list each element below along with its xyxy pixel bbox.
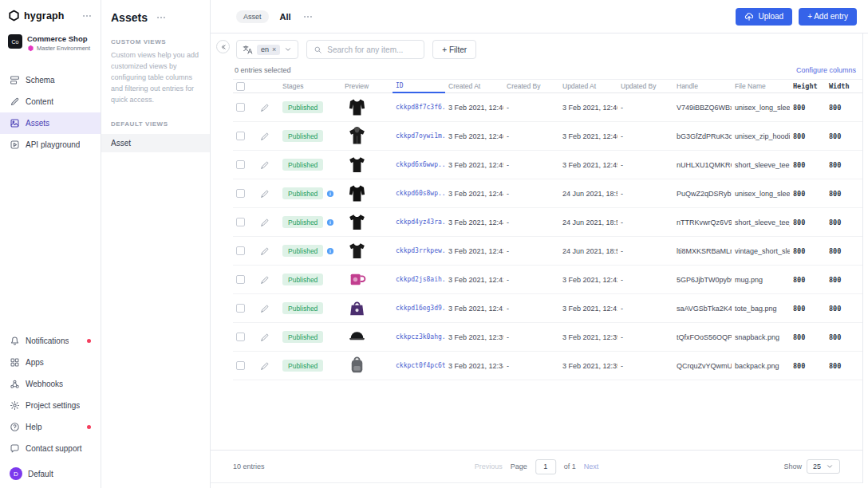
table-row[interactable]: Publishedckkpcz3k0ahg...3 Feb 2021, 12:3… (233, 323, 862, 352)
asset-preview[interactable] (345, 181, 369, 207)
column-header-width[interactable]: Width (826, 80, 862, 92)
sidebar-item-contact-support[interactable]: Contact support (0, 438, 101, 459)
search-input[interactable] (327, 45, 417, 54)
tab-all[interactable]: All (280, 12, 291, 22)
asset-preview[interactable] (345, 267, 369, 293)
table-row[interactable]: Publishedckkpd4yz43ra...3 Feb 2021, 12:4… (233, 208, 862, 237)
remove-locale-icon[interactable]: × (272, 46, 276, 53)
row-checkbox[interactable] (236, 218, 245, 226)
table-row[interactable]: Publishedckkpd6x6wwp...3 Feb 2021, 12:45… (233, 151, 862, 179)
entry-id: ckkpd3rrkpew... (393, 247, 445, 254)
view-item-asset[interactable]: Asset (101, 134, 210, 152)
filter-button[interactable]: + Filter (432, 40, 476, 59)
table-row[interactable]: Publishedckkpd3rrkpew...3 Feb 2021, 12:4… (233, 237, 862, 266)
sidebar-item-help[interactable]: Help (0, 416, 101, 438)
column-header-updated-at[interactable]: Updated At (559, 80, 617, 92)
cell-created-by: - (503, 305, 559, 313)
column-header-created-by[interactable]: Created By (503, 80, 559, 92)
locale-selector[interactable]: en × (236, 40, 298, 59)
column-header-height[interactable]: Height (790, 80, 826, 92)
cell-height: 800 (790, 247, 826, 255)
edit-entry-icon[interactable] (260, 275, 270, 285)
row-checkbox[interactable] (236, 361, 245, 370)
sidebar-item-notifications[interactable]: Notifications (0, 330, 101, 352)
column-header-handle[interactable]: Handle (673, 80, 732, 92)
table-row[interactable]: Publishedckkpct0f4pc6t...3 Feb 2021, 12:… (233, 352, 862, 380)
select-all-checkbox[interactable] (236, 82, 245, 91)
asset-preview[interactable] (345, 95, 369, 120)
sidebar-item-apps[interactable]: Apps (0, 352, 101, 373)
edit-entry-icon[interactable] (260, 189, 270, 199)
row-checkbox[interactable] (236, 333, 245, 341)
cell-file-name: vintage_short_slee (732, 247, 790, 255)
edit-entry-icon[interactable] (260, 103, 270, 112)
model-chip[interactable]: Asset (236, 10, 269, 23)
row-checkbox[interactable] (236, 246, 245, 255)
column-header-stages[interactable]: Stages (279, 80, 341, 92)
row-checkbox[interactable] (236, 189, 245, 198)
cell-created-at: 3 Feb 2021, 12:45 (445, 161, 503, 169)
cell-file-name: unisex_long_sleev (732, 104, 790, 112)
column-header-id[interactable]: ID (393, 80, 445, 93)
search-field[interactable] (306, 40, 424, 59)
entries-count: 10 entries (233, 462, 265, 470)
edit-entry-icon[interactable] (260, 160, 270, 170)
table-row[interactable]: Publishedckkpd8f7c3f6...3 Feb 2021, 12:4… (233, 93, 862, 122)
user-menu[interactable]: D Default (0, 459, 101, 483)
project-switcher[interactable]: Co Commerce Shop Master Environment (0, 28, 101, 58)
sidebar-item-assets[interactable]: Assets (0, 112, 101, 134)
asset-preview[interactable] (345, 353, 369, 379)
column-header-preview[interactable]: Preview (341, 80, 393, 92)
previous-page-button[interactable]: Previous (475, 462, 503, 470)
row-checkbox[interactable] (236, 132, 245, 140)
asset-preview[interactable] (345, 152, 369, 178)
column-header-file-name[interactable]: File Name (732, 80, 790, 92)
cell-updated-at: 3 Feb 2021, 12:45 (559, 161, 617, 169)
table-row[interactable]: Publishedckkpd16eg3d9...3 Feb 2021, 12:4… (233, 294, 862, 323)
table-row[interactable]: Publishedckkpd7oywi1m...3 Feb 2021, 12:4… (233, 122, 862, 151)
add-entry-button[interactable]: + Add entry (799, 8, 857, 26)
cell-updated-by: - (617, 104, 673, 112)
cell-stages: Published (279, 130, 341, 142)
views-menu-icon[interactable] (156, 12, 167, 23)
asset-preview[interactable] (345, 238, 369, 264)
sidebar-item-schema[interactable]: Schema (0, 69, 101, 91)
workspace-menu-icon[interactable] (81, 10, 93, 22)
column-header-updated-by[interactable]: Updated By (617, 80, 673, 92)
edit-entry-icon[interactable] (260, 361, 270, 371)
row-checkbox[interactable] (236, 103, 245, 112)
asset-preview[interactable] (345, 210, 369, 235)
configure-columns-link[interactable]: Configure columns (796, 66, 856, 74)
cell-edit (257, 103, 279, 112)
project-meta: Commerce Shop Master Environment (27, 34, 90, 52)
sidebar-item-api-playground[interactable]: API playground (0, 134, 101, 155)
asset-preview[interactable] (345, 296, 369, 321)
edit-entry-icon[interactable] (260, 333, 270, 342)
sidebar-item-content[interactable]: Content (0, 91, 101, 112)
table-row[interactable]: Publishedckkpd2js8aih...3 Feb 2021, 12:4… (233, 266, 862, 294)
cell-select (233, 304, 257, 313)
cell-created-at: 3 Feb 2021, 12:43 (445, 247, 503, 255)
page-size-select[interactable]: 25 (807, 459, 840, 474)
edit-entry-icon[interactable] (260, 218, 270, 227)
sidebar-item-webhooks[interactable]: Webhooks (0, 373, 101, 395)
sidebar-item-project-settings[interactable]: Project settings (0, 395, 101, 416)
page-number-input[interactable] (535, 459, 556, 474)
table-row[interactable]: Publishedckkpd60s8wp...3 Feb 2021, 12:44… (233, 179, 862, 208)
view-options-icon[interactable] (302, 11, 314, 22)
entry-id: ckkpd8f7c3f6... (393, 104, 445, 111)
cell-updated-by: - (617, 276, 673, 284)
row-checkbox[interactable] (236, 304, 245, 313)
edit-entry-icon[interactable] (260, 246, 270, 256)
main-area: Asset All Upload + Add entry (211, 0, 868, 488)
row-checkbox[interactable] (236, 275, 245, 284)
edit-entry-icon[interactable] (260, 304, 270, 313)
next-page-button[interactable]: Next (584, 462, 599, 470)
asset-preview[interactable] (345, 124, 369, 149)
edit-entry-icon[interactable] (260, 132, 270, 141)
collapse-panel-button[interactable] (216, 40, 230, 53)
upload-button[interactable]: Upload (736, 8, 792, 26)
column-header-created-at[interactable]: Created At (445, 80, 503, 92)
row-checkbox[interactable] (236, 160, 245, 169)
asset-preview[interactable] (345, 325, 369, 350)
